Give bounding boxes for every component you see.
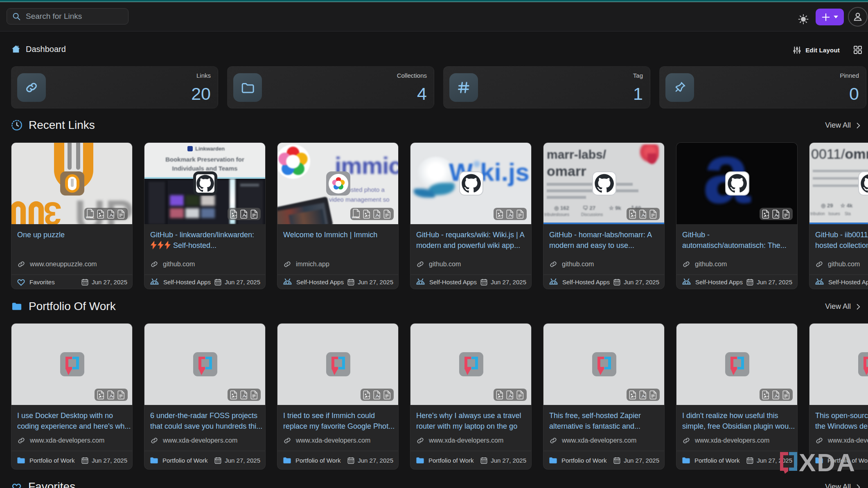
- svg-text:XDA: XDA: [799, 448, 856, 475]
